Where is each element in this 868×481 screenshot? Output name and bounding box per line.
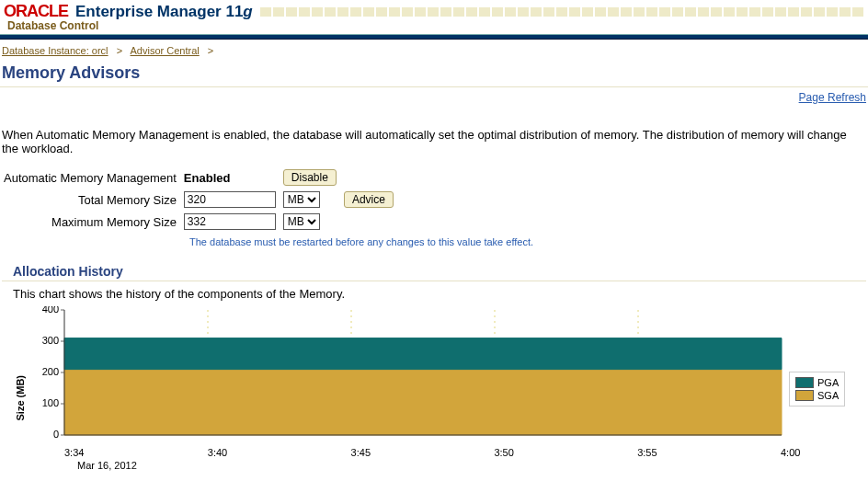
chart-x-ticks: 3:343:403:453:503:554:00 [29, 447, 782, 458]
amm-label: Automatic Memory Management [0, 166, 180, 189]
allocation-history-title: Allocation History [13, 264, 868, 279]
svg-text:100: 100 [42, 397, 59, 408]
allocation-history-desc: This chart shows the history of the comp… [0, 281, 868, 306]
allocation-chart: 0100200300400 [29, 306, 783, 447]
memory-form: Automatic Memory Management Enabled Disa… [0, 166, 397, 233]
svg-text:300: 300 [42, 335, 59, 346]
intro-text: When Automatic Memory Management is enab… [0, 108, 868, 166]
svg-text:200: 200 [42, 366, 59, 377]
chart-y-axis-label: Size (MB) [13, 357, 29, 421]
max-memory-unit[interactable]: MB [283, 213, 320, 230]
max-memory-label: Maximum Memory Size [0, 211, 180, 233]
breadcrumb-advisor-central[interactable]: Advisor Central [131, 45, 200, 56]
breadcrumb: Database Instance: orcl > Advisor Centra… [0, 40, 868, 62]
legend-swatch-sga [795, 390, 814, 401]
legend-label-sga: SGA [817, 390, 839, 401]
header-decoration [260, 7, 864, 17]
product-subtitle: Database Control [7, 19, 864, 32]
oracle-logo: ORACLE [4, 2, 68, 21]
chart-date-label: Mar 16, 2012 [29, 458, 783, 471]
disable-button[interactable]: Disable [283, 169, 337, 186]
restart-note: The database must be restarted before an… [0, 233, 868, 247]
page-title: Memory Advisors [0, 63, 868, 83]
max-memory-input[interactable] [184, 213, 276, 230]
product-name: Enterprise Manager 11g [75, 3, 253, 21]
total-memory-unit[interactable]: MB [283, 191, 320, 208]
legend-swatch-pga [795, 377, 814, 388]
breadcrumb-db-instance[interactable]: Database Instance: orcl [2, 45, 108, 56]
legend-label-pga: PGA [817, 377, 839, 388]
chart-legend: PGA SGA [789, 372, 845, 407]
total-memory-label: Total Memory Size [0, 189, 180, 211]
svg-text:0: 0 [53, 429, 59, 440]
page-refresh-link[interactable]: Page Refresh [797, 87, 868, 108]
svg-text:400: 400 [42, 306, 59, 315]
advice-button[interactable]: Advice [344, 191, 394, 208]
total-memory-input[interactable] [184, 191, 276, 208]
amm-value: Enabled [180, 166, 280, 189]
